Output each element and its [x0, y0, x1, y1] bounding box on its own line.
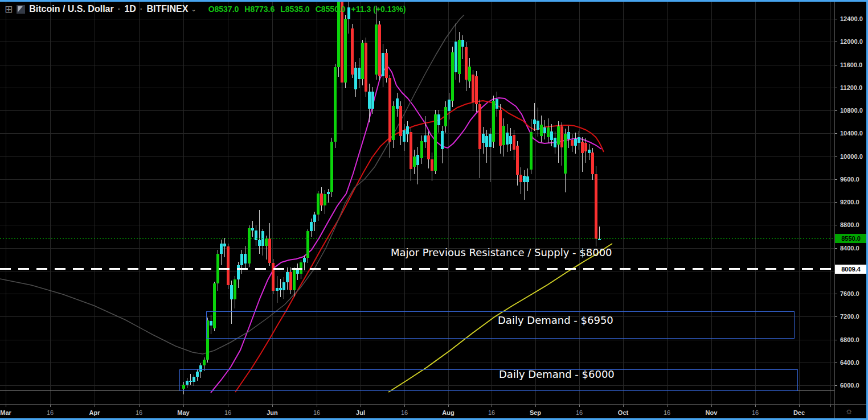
candle-body [547, 127, 550, 137]
time-tick-label: 16 [401, 409, 408, 416]
chart-canvas[interactable]: Major Previous Resistance / Supply - $80… [0, 0, 834, 404]
time-tick-label: Jul [356, 409, 365, 416]
candle-wick [462, 35, 463, 59]
time-tick-label: Sep [530, 409, 541, 416]
price-tick-mark [835, 65, 837, 65]
candle-body [574, 139, 577, 146]
price-tick-mark [835, 42, 837, 42]
candle-body [385, 53, 388, 77]
candle-body [540, 125, 543, 136]
chevron-down-icon[interactable]: ⌄ [191, 6, 196, 13]
price-tick-label: 10000.0 [840, 153, 863, 160]
candle-body [550, 131, 553, 140]
candle-body [378, 24, 381, 76]
time-tick-label: 16 [136, 409, 142, 416]
candle-body [485, 136, 488, 147]
price-tick-mark [835, 157, 837, 157]
price-tick-mark [835, 225, 837, 225]
candle-body [499, 110, 502, 146]
exchange-label[interactable]: BITFINEX [147, 4, 189, 14]
candle-body [537, 121, 539, 130]
candle-body [458, 40, 461, 73]
candle-body [492, 101, 495, 142]
candle-body [526, 176, 529, 182]
time-tick-mark [95, 405, 95, 407]
price-tick-mark [835, 385, 837, 386]
price-axis[interactable]: 12400.012000.011600.011200.010800.010400… [834, 0, 867, 404]
price-tick-mark [835, 248, 837, 249]
candle-body [437, 114, 440, 125]
candle-body [220, 244, 223, 253]
price-tick-mark [835, 110, 837, 111]
candle-body [475, 76, 478, 104]
time-tick-mark [755, 405, 756, 407]
candle-body [444, 107, 447, 126]
time-tick-mark [404, 405, 405, 407]
candle-body [276, 288, 279, 291]
price-tick-label: 8400.0 [840, 245, 859, 252]
candle-body [268, 238, 271, 262]
candle-body [424, 135, 427, 142]
candle-body [588, 150, 591, 153]
candle-body [509, 136, 512, 144]
demand1-label[interactable]: Daily Demand - $6950 [498, 314, 613, 326]
price-tick-label: 8800.0 [840, 221, 859, 228]
time-tick-label: 16 [752, 409, 759, 416]
resistance-dashed-line[interactable] [0, 268, 834, 270]
price-tick-label: 7600.0 [840, 290, 859, 297]
candle-body [392, 106, 395, 140]
demand2-label[interactable]: Daily Demand - $6000 [499, 368, 615, 380]
ohlc-value: L8535.0 [280, 5, 309, 14]
candle-body [413, 157, 416, 167]
candle-body [516, 146, 519, 174]
time-tick-label: 16 [224, 409, 231, 416]
candle-body [434, 114, 437, 171]
time-tick-label: 16 [576, 409, 583, 416]
resistance-label[interactable]: Major Previous Resistance / Supply - $80… [391, 246, 612, 258]
last-price-line [0, 238, 834, 239]
candle-body [334, 67, 337, 142]
candle-body [496, 99, 498, 109]
candle-body [472, 75, 474, 102]
ohlc-value: O8537.0 [208, 5, 239, 14]
candle-body [591, 153, 594, 174]
price-tick-mark [835, 316, 837, 317]
candle-body [375, 24, 378, 75]
candle-body [564, 134, 567, 173]
candle-body [289, 272, 292, 290]
candle-body [557, 126, 560, 145]
candle-body [543, 127, 546, 133]
symbol-title[interactable]: Bitcoin / U.S. Dollar [29, 4, 113, 14]
interval-label[interactable]: 1D [124, 4, 136, 14]
ma-slow-gray[interactable] [0, 15, 464, 354]
candle-body [416, 155, 419, 164]
candle-body [248, 228, 251, 263]
candle-body [489, 134, 492, 147]
price-tick-label: 9200.0 [840, 199, 859, 205]
price-tick-label: 11200.0 [840, 84, 862, 91]
candle-body [258, 240, 261, 246]
price-tick-label: 9600.0 [840, 176, 859, 183]
candle-body [361, 43, 364, 79]
candle-body [506, 133, 509, 145]
candle-wick [417, 147, 418, 184]
candle-body [327, 192, 330, 194]
candle-body [227, 246, 230, 285]
moving-average-lines [0, 0, 834, 404]
compare-add-icon[interactable]: ⊞ [5, 5, 13, 14]
candle-body [354, 68, 357, 89]
time-axis[interactable]: Mar16Apr16May16Jun16Jul16Aug16Sep16Oct16… [0, 404, 834, 419]
time-tick-label: 16 [47, 409, 54, 416]
brightness-toggle-icon[interactable]: ☼ [845, 406, 853, 415]
candle-body [584, 143, 587, 151]
candle-body [203, 360, 206, 365]
candle-body [399, 106, 402, 136]
candle-body [344, 19, 347, 83]
change-value: +11.3 (+0.13%) [351, 5, 406, 14]
demand-zone-6000[interactable] [179, 369, 798, 391]
time-tick-label: Mar [0, 409, 11, 416]
candle-wick [328, 189, 329, 203]
price-tick-mark [835, 133, 837, 134]
candle-body [427, 135, 430, 159]
candle-body [234, 279, 236, 299]
